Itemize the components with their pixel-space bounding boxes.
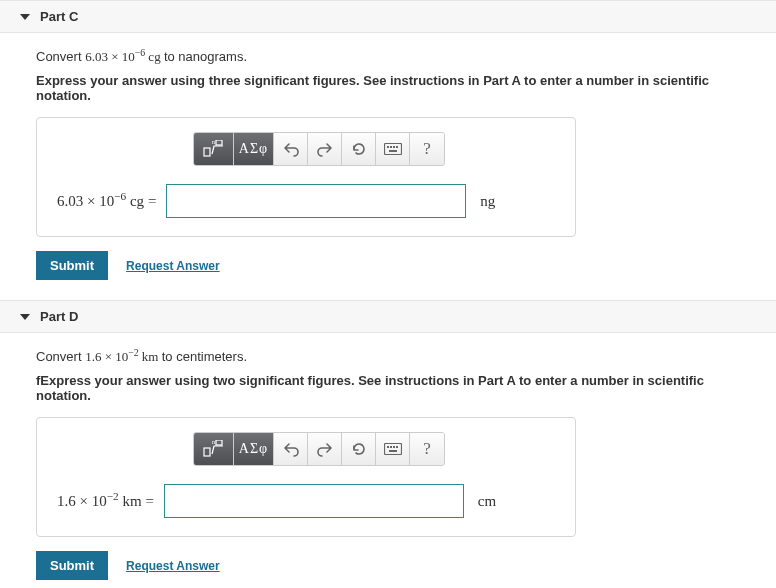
instruction-text: Express your answer using three signific… bbox=[36, 73, 740, 103]
undo-button[interactable] bbox=[274, 133, 308, 165]
templates-button[interactable]: n bbox=[194, 133, 234, 165]
request-answer-link[interactable]: Request Answer bbox=[126, 259, 220, 273]
chevron-down-icon bbox=[20, 314, 30, 320]
svg-rect-5 bbox=[390, 146, 392, 148]
reset-icon bbox=[351, 441, 367, 457]
keyboard-icon bbox=[384, 143, 402, 155]
svg-rect-7 bbox=[396, 146, 398, 148]
undo-button[interactable] bbox=[274, 433, 308, 465]
template-icon: n bbox=[203, 140, 225, 158]
submit-button[interactable]: Submit bbox=[36, 251, 108, 280]
greek-icon: ΑΣφ bbox=[239, 141, 268, 157]
svg-text:n: n bbox=[212, 440, 215, 445]
template-icon: n bbox=[203, 440, 225, 458]
answer-panel: n ΑΣφ ? 6.03 × 10−6 bbox=[36, 117, 576, 237]
equation-lhs: 6.03 × 10−6 cg = bbox=[53, 193, 158, 210]
equation-toolbar: n ΑΣφ ? bbox=[193, 132, 445, 166]
part-body: Convert 1.6 × 10−2 km to centimeters. fE… bbox=[0, 333, 776, 588]
undo-icon bbox=[283, 441, 299, 457]
svg-rect-17 bbox=[389, 450, 397, 452]
equation-lhs: 1.6 × 10−2 km = bbox=[53, 493, 156, 510]
prompt-text: Convert 6.03 × 10−6 cg to nanograms. bbox=[36, 49, 740, 65]
svg-rect-16 bbox=[396, 446, 398, 448]
answer-input[interactable] bbox=[164, 484, 464, 518]
prompt-value: 6.03 × 10−6 cg bbox=[85, 49, 164, 64]
help-button[interactable]: ? bbox=[410, 133, 444, 165]
keyboard-button[interactable] bbox=[376, 433, 410, 465]
greek-button[interactable]: ΑΣφ bbox=[234, 133, 274, 165]
undo-icon bbox=[283, 141, 299, 157]
help-icon: ? bbox=[423, 439, 431, 459]
chevron-down-icon bbox=[20, 14, 30, 20]
part-title: Part C bbox=[40, 9, 78, 24]
svg-rect-1 bbox=[216, 140, 222, 145]
prompt-suffix: to nanograms. bbox=[164, 49, 247, 64]
request-answer-link[interactable]: Request Answer bbox=[126, 559, 220, 573]
prompt-value: 1.6 × 10−2 km bbox=[85, 349, 162, 364]
answer-unit: cm bbox=[472, 493, 496, 510]
keyboard-icon bbox=[384, 443, 402, 455]
equation-row: 6.03 × 10−6 cg = ng bbox=[53, 184, 559, 218]
svg-rect-8 bbox=[389, 150, 397, 152]
prompt-text: Convert 1.6 × 10−2 km to centimeters. bbox=[36, 349, 740, 365]
answer-panel: n ΑΣφ ? 1.6 × 10−2 bbox=[36, 417, 576, 537]
help-icon: ? bbox=[423, 139, 431, 159]
help-button[interactable]: ? bbox=[410, 433, 444, 465]
svg-rect-0 bbox=[204, 148, 210, 156]
redo-button[interactable] bbox=[308, 433, 342, 465]
reset-button[interactable] bbox=[342, 433, 376, 465]
instruction-text: fExpress your answer using two significa… bbox=[36, 373, 740, 403]
svg-rect-9 bbox=[204, 448, 210, 456]
equation-toolbar: n ΑΣφ ? bbox=[193, 432, 445, 466]
prompt-prefix: Convert bbox=[36, 349, 85, 364]
answer-unit: ng bbox=[474, 193, 495, 210]
submit-button[interactable]: Submit bbox=[36, 551, 108, 580]
part-title: Part D bbox=[40, 309, 78, 324]
part-header[interactable]: Part C bbox=[0, 0, 776, 33]
svg-rect-6 bbox=[393, 146, 395, 148]
svg-rect-3 bbox=[384, 144, 401, 155]
reset-button[interactable] bbox=[342, 133, 376, 165]
svg-text:n: n bbox=[212, 140, 215, 145]
action-row: Submit Request Answer bbox=[36, 251, 740, 280]
greek-icon: ΑΣφ bbox=[239, 441, 268, 457]
svg-rect-10 bbox=[216, 440, 222, 445]
part-header[interactable]: Part D bbox=[0, 300, 776, 333]
redo-icon bbox=[317, 141, 333, 157]
keyboard-button[interactable] bbox=[376, 133, 410, 165]
redo-icon bbox=[317, 441, 333, 457]
greek-button[interactable]: ΑΣφ bbox=[234, 433, 274, 465]
svg-rect-13 bbox=[387, 446, 389, 448]
action-row: Submit Request Answer bbox=[36, 551, 740, 580]
reset-icon bbox=[351, 141, 367, 157]
templates-button[interactable]: n bbox=[194, 433, 234, 465]
svg-rect-15 bbox=[393, 446, 395, 448]
part-body: Convert 6.03 × 10−6 cg to nanograms. Exp… bbox=[0, 33, 776, 300]
redo-button[interactable] bbox=[308, 133, 342, 165]
svg-rect-4 bbox=[387, 146, 389, 148]
svg-rect-14 bbox=[390, 446, 392, 448]
svg-rect-12 bbox=[384, 444, 401, 455]
answer-input[interactable] bbox=[166, 184, 466, 218]
equation-row: 1.6 × 10−2 km = cm bbox=[53, 484, 559, 518]
prompt-prefix: Convert bbox=[36, 49, 85, 64]
prompt-suffix: to centimeters. bbox=[162, 349, 247, 364]
